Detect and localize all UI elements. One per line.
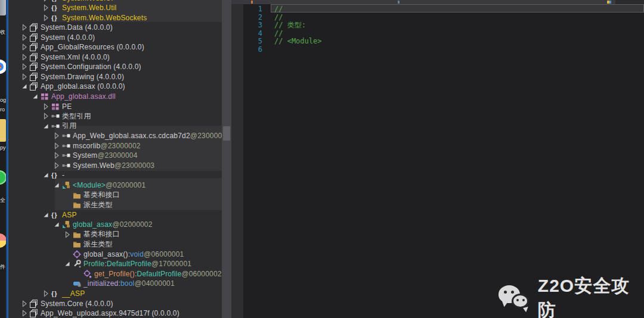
tree-item[interactable]: PE — [8, 101, 222, 111]
tree-item[interactable]: App_global.asax (0.0.0.0) — [8, 82, 222, 92]
tree-item[interactable]: 引用 — [8, 121, 222, 131]
watermark-text: Z2O安全攻防 — [538, 274, 644, 318]
tree-item[interactable]: App_Web_upload.aspx.9475d17f (0.0.0.0) — [8, 308, 222, 318]
tree-item[interactable]: System.Core (4.0.0.0) — [8, 298, 222, 308]
tree-item[interactable]: {}ASP — [8, 210, 222, 220]
chevron-expanded-icon[interactable] — [52, 181, 62, 189]
recycle-bin-icon[interactable] — [0, 0, 6, 15]
tree-item[interactable]: {}System.Web.Util — [8, 3, 222, 13]
dnspy-window: 收ogropy·全件 {}System.Web.UI{}System.Web.U… — [0, 0, 644, 318]
line-text: // — [274, 5, 283, 13]
chevron-collapsed-icon[interactable] — [42, 112, 51, 120]
code-line[interactable]: 3// 类型: — [231, 21, 644, 29]
breadcrumb-bar[interactable] — [231, 0, 644, 4]
tree-item[interactable]: <Module> @02000001 — [8, 180, 222, 190]
tree-item[interactable]: 派生类型 — [8, 239, 222, 250]
chevron-collapsed-icon[interactable] — [42, 4, 51, 12]
chevron-collapsed-icon[interactable] — [20, 300, 30, 308]
tree-item[interactable]: 派生类型 — [8, 200, 222, 210]
chevron-collapsed-icon[interactable] — [52, 132, 62, 140]
tree-item-label: 派生类型 — [83, 200, 113, 210]
assembly-explorer[interactable]: {}System.Web.UI{}System.Web.Util{}System… — [8, 0, 222, 318]
tree-item[interactable]: App_global.asax.dll — [8, 92, 222, 102]
chevron-expanded-icon[interactable] — [42, 171, 51, 179]
green-plus-icon[interactable] — [0, 170, 6, 185]
chevron-collapsed-icon[interactable] — [20, 23, 30, 32]
code-editor[interactable]: 1//2//3// 类型:4//5// <Module>6 — [231, 0, 644, 318]
colorful-app-icon[interactable] — [0, 233, 6, 248]
chevron-expanded-icon[interactable] — [52, 220, 62, 229]
chevron-collapsed-icon[interactable] — [42, 14, 51, 22]
tree-item[interactable]: global_asax @02000002 — [8, 220, 222, 230]
chrome-icon[interactable] — [0, 60, 6, 74]
chevron-collapsed-icon[interactable] — [52, 142, 62, 150]
chevron-collapsed-icon[interactable] — [52, 151, 62, 160]
code-line[interactable]: 6 — [231, 45, 644, 54]
chevron-expanded-icon[interactable] — [20, 82, 30, 91]
line-number: 1 — [234, 5, 262, 13]
chevron-expanded-icon[interactable] — [42, 122, 51, 130]
chevron-collapsed-icon[interactable] — [42, 0, 51, 2]
chevron-expanded-icon[interactable] — [42, 211, 51, 219]
tree-item[interactable]: System (4.0.0.0) — [8, 32, 222, 42]
tree-item[interactable]: mscorlib @23000002 — [8, 141, 222, 151]
line-text: // 类型: — [274, 21, 306, 29]
tree-item[interactable]: 基类和接口 — [8, 190, 222, 200]
code-line[interactable]: 4// — [231, 29, 644, 38]
tree-item[interactable]: System.Configuration (4.0.0.0) — [8, 62, 222, 72]
chevron-expanded-icon[interactable] — [31, 92, 41, 101]
tree-item-label: System.Core (4.0.0.0) — [41, 300, 113, 308]
line-number: 6 — [234, 45, 262, 54]
reference-icon — [62, 151, 73, 160]
chevron-collapsed-icon[interactable] — [20, 73, 30, 81]
folder-icon[interactable] — [0, 119, 6, 142]
tree-item-label: @02000001 — [106, 181, 145, 189]
chevron-expanded-icon[interactable] — [63, 260, 73, 268]
tree-item[interactable]: get_Profile() : DefaultProfile @06000002 — [8, 269, 222, 279]
tree-item-label: App_Web_global.asax.cs.cdcab7d2 — [73, 132, 190, 140]
tree-item[interactable]: {}- — [8, 170, 222, 180]
tree-item[interactable]: global_asax() : void @06000001 — [8, 249, 222, 259]
chevron-collapsed-icon[interactable] — [42, 289, 51, 298]
tree-item-label: @17000001 — [151, 260, 191, 268]
chevron-collapsed-icon[interactable] — [63, 230, 73, 239]
module-icon — [51, 102, 62, 111]
tree-item[interactable]: System.Drawing (4.0.0.0) — [8, 71, 222, 82]
namespace-icon: {} — [51, 4, 62, 12]
tree-scrollbar[interactable] — [222, 0, 231, 318]
desktop-label: py· — [0, 145, 6, 151]
code-line[interactable]: 2// — [231, 13, 644, 21]
code-line[interactable]: 5// <Module> — [231, 37, 644, 45]
chevron-collapsed-icon[interactable] — [20, 63, 30, 71]
tree-item[interactable]: 类型引用 — [8, 111, 222, 121]
tree-item[interactable]: 基类和接口 — [8, 229, 222, 239]
tree-item-label: get_Profile() — [94, 270, 135, 278]
chevron-collapsed-icon[interactable] — [42, 102, 51, 111]
chevron-collapsed-icon[interactable] — [20, 53, 30, 61]
line-text: // — [274, 29, 283, 38]
breadcrumb-mark — [251, 1, 253, 4]
namespace-icon: {} — [51, 289, 62, 298]
tree-item[interactable]: {}System.Web.WebSockets — [8, 13, 222, 23]
code-line[interactable]: 1// — [231, 5, 644, 13]
tree-item[interactable]: _initialized : bool @04000001 — [8, 279, 222, 289]
chevron-collapsed-icon[interactable] — [20, 33, 30, 42]
tree-item[interactable]: App_Web_global.asax.cs.cdcab7d2 @2300000… — [8, 131, 222, 141]
tree-item[interactable]: System @23000004 — [8, 151, 222, 161]
chevron-collapsed-icon[interactable] — [20, 43, 30, 51]
tree-item[interactable]: Profile : DefaultProfile @17000001 — [8, 259, 222, 269]
chevron-none — [63, 279, 73, 288]
tree-item[interactable]: {}__ASP — [8, 289, 222, 299]
tree-item[interactable]: App_GlobalResources (0.0.0.0) — [8, 42, 222, 52]
chevron-collapsed-icon[interactable] — [52, 161, 62, 170]
method-icon — [73, 250, 83, 258]
tree-item[interactable]: System.Data (4.0.0.0) — [8, 23, 222, 33]
chevron-collapsed-icon[interactable] — [20, 309, 30, 317]
assembly-icon — [30, 53, 41, 61]
tree-item[interactable]: System.Xml (4.0.0.0) — [8, 52, 222, 62]
class-icon — [62, 181, 73, 189]
class-icon — [62, 220, 73, 229]
assembly-icon — [30, 300, 41, 308]
tree-item[interactable]: System.Web @23000003 — [8, 160, 222, 170]
scrollbar-thumb[interactable] — [223, 126, 230, 141]
